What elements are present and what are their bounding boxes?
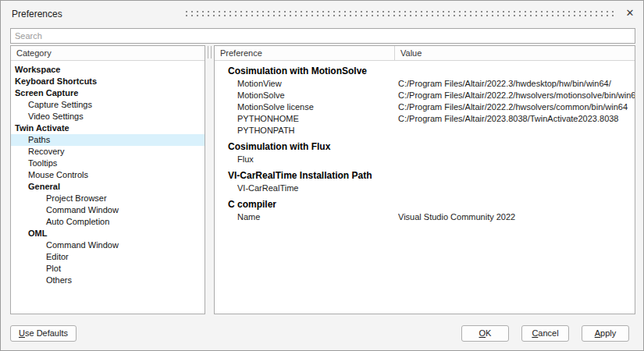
section-title: Cosimulation with MotionSolve	[215, 65, 635, 78]
preference-column-header: Preference	[215, 46, 394, 60]
preference-value[interactable]: C:/Program Files/Altair/2022.3/hwdesktop…	[398, 78, 635, 90]
category-item[interactable]: Auto Completion	[11, 216, 205, 228]
category-item[interactable]: Editor	[11, 251, 205, 263]
category-item[interactable]: Others	[11, 275, 205, 286]
preference-row[interactable]: NameVisual Studio Community 2022	[215, 211, 635, 223]
preference-value[interactable]	[398, 154, 635, 165]
preference-name: PYTHONPATH	[215, 125, 398, 136]
preference-value[interactable]	[398, 125, 635, 136]
preferences-dialog: Preferences ✕ Category WorkspaceKeyboard…	[0, 0, 644, 351]
preference-panel: Preference Value Cosimulation with Motio…	[214, 45, 635, 314]
panel-splitter[interactable]	[205, 45, 214, 314]
category-item[interactable]: Screen Capture	[11, 87, 205, 99]
drag-handle-icon[interactable]	[186, 11, 615, 16]
preference-row[interactable]: Flux	[215, 154, 635, 165]
preference-value[interactable]: C:/Program Files/Altair/2023.8038/TwinAc…	[398, 113, 635, 125]
category-item[interactable]: Command Window	[11, 204, 205, 216]
section-title: Cosimulation with Flux	[215, 140, 635, 154]
apply-button[interactable]: Apply	[582, 325, 629, 342]
value-column-header: Value	[394, 46, 635, 60]
preference-name: Flux	[215, 154, 398, 165]
category-item[interactable]: Twin Activate	[11, 122, 205, 134]
category-item[interactable]: Mouse Controls	[11, 169, 205, 181]
preference-name: PYTHONHOME	[215, 113, 398, 125]
category-tree: WorkspaceKeyboard ShortcutsScreen Captur…	[11, 61, 205, 286]
preference-row[interactable]: MotionSolve licenseC:/Program Files/Alta…	[215, 101, 635, 113]
cancel-button[interactable]: Cancel	[521, 325, 569, 342]
category-item[interactable]: Keyboard Shortcuts	[11, 76, 205, 87]
preference-value[interactable]: C:/Program Files/Altair/2022.2/hwsolvers…	[398, 101, 635, 113]
category-item[interactable]: OML	[11, 228, 205, 239]
category-item[interactable]: Paths	[11, 134, 205, 146]
category-item[interactable]: General	[11, 181, 205, 193]
category-item[interactable]: Recovery	[11, 146, 205, 158]
category-item[interactable]: Project Browser	[11, 193, 205, 204]
category-panel-header: Category	[11, 46, 205, 61]
section-title: VI-CarRealTime Installation Path	[215, 169, 635, 183]
preference-name: VI-CarRealTime	[215, 183, 398, 194]
preference-row[interactable]: MotionSolveC:/Program Files/Altair/2022.…	[215, 90, 635, 101]
preference-row[interactable]: PYTHONPATH	[215, 125, 635, 136]
category-panel: Category WorkspaceKeyboard ShortcutsScre…	[10, 45, 205, 314]
preference-row[interactable]: PYTHONHOMEC:/Program Files/Altair/2023.8…	[215, 113, 635, 125]
preference-name: MotionSolve	[215, 90, 398, 101]
preference-row[interactable]: VI-CarRealTime	[215, 183, 635, 194]
category-item[interactable]: Command Window	[11, 239, 205, 251]
category-item[interactable]: Capture Settings	[11, 99, 205, 111]
titlebar: Preferences ✕	[1, 1, 643, 26]
preference-name: MotionSolve license	[215, 101, 398, 113]
preference-value[interactable]	[398, 183, 635, 194]
preference-value[interactable]: Visual Studio Community 2022	[398, 211, 635, 223]
preference-list: Cosimulation with MotionSolveMotionViewC…	[215, 61, 635, 223]
ok-button[interactable]: OK	[461, 325, 509, 342]
preference-panel-header: Preference Value	[215, 46, 635, 61]
search-input[interactable]	[10, 28, 635, 44]
splitter-grip-icon	[208, 46, 212, 58]
preference-value[interactable]: C:/Program Files/Altair/2022.2/hwsolvers…	[398, 90, 635, 101]
category-item[interactable]: Workspace	[11, 64, 205, 76]
panels-container: Category WorkspaceKeyboard ShortcutsScre…	[10, 45, 635, 314]
category-item[interactable]: Tooltips	[11, 158, 205, 169]
section-title: C compiler	[215, 198, 635, 211]
preference-name: MotionView	[215, 78, 398, 90]
close-icon[interactable]: ✕	[623, 6, 637, 20]
preference-name: Name	[215, 211, 398, 223]
use-defaults-button[interactable]: Use Defaults	[10, 325, 76, 342]
category-item[interactable]: Video Settings	[11, 111, 205, 122]
category-header-label: Category	[11, 46, 52, 60]
dialog-title: Preferences	[12, 9, 62, 20]
preference-row[interactable]: MotionViewC:/Program Files/Altair/2022.3…	[215, 78, 635, 90]
category-item[interactable]: Plot	[11, 263, 205, 275]
